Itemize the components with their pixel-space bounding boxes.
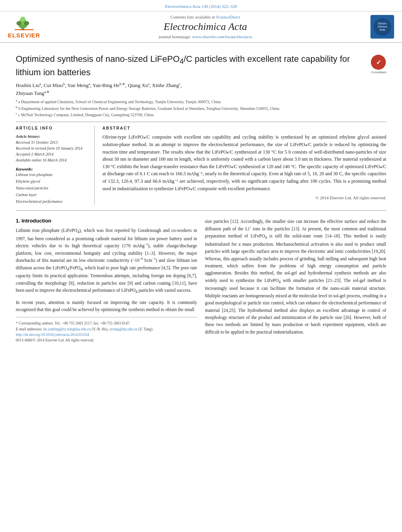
received-revised-date: Received in revised form 10 January 2014 (16, 145, 88, 151)
abstract-text: Olivine-type LiFePO₄/C composite with ex… (102, 133, 386, 192)
affiliations: a a Department of applied Chemistry, Sch… (16, 98, 386, 118)
affiliation-b: b b Engineering Laboratory for the Next … (16, 105, 386, 111)
crossmark-badge[interactable]: ✓ CrossMark (371, 55, 386, 74)
paper-title: Optimized synthesis of nano-sized LiFePO… (16, 53, 365, 78)
journal-homepage-link[interactable]: www.elsevier.com/locate/electacta (192, 34, 252, 39)
svg-point-3 (20, 17, 25, 22)
article-info-abstract-section: ARTICLE INFO Article history: Received 3… (16, 126, 386, 205)
author-qiang: Qiang Xua (128, 82, 149, 88)
elsevier-logo: ELSEVIER (8, 15, 40, 39)
header-center: Contents lists available at ScienceDirec… (40, 15, 370, 39)
affiliation-a: a a Department of applied Chemistry, Sch… (16, 98, 386, 105)
section1-right-para1: size particles [12]. Accordingly, the sm… (205, 218, 386, 336)
paper-content: Optimized synthesis of nano-sized LiFePO… (0, 43, 402, 351)
footnote-issn: 0013-4686/© 2014 Elsevier Ltd. All right… (16, 337, 197, 343)
body-left-column: 1. Introduction Lithium iron phosphate (… (16, 218, 197, 343)
journal-cover-inner: Electro​chimicaActa (374, 18, 391, 36)
received-date: Received 31 October 2013 (16, 139, 88, 145)
abstract-column: ABSTRACT Olivine-type LiFePO₄/C composit… (102, 126, 386, 205)
author-houbin: Houbin Liua (16, 82, 41, 88)
separator-1 (16, 122, 386, 122)
svg-rect-6 (15, 29, 34, 30)
section1-para1: Lithium iron phosphate (LiFePO4), which … (16, 227, 197, 295)
separator-2 (16, 210, 386, 211)
keyword-5: Electrochemical performance (16, 198, 88, 205)
footnote-doi: http://dx.doi.org/10.1016/j.electacta.20… (16, 332, 197, 337)
sciencedirect-line: Contents lists available at ScienceDirec… (40, 15, 370, 19)
header-bar: ELSEVIER Contents lists available at Sci… (0, 11, 402, 43)
crossmark-icon: ✓ (371, 55, 386, 70)
email2-link[interactable]: zytang@tju.edu.cn (109, 327, 138, 331)
email1-link[interactable]: he.yanbing@sz.tsinghua.edu.cn (43, 327, 91, 331)
crossmark-label: CrossMark (371, 70, 386, 74)
accepted-date: Accepted 2 March 2014 (16, 151, 88, 157)
keyword-3: Nano-sized particles (16, 185, 88, 191)
footnote-section: * Corresponding authors. Tel.: +86 755 2… (16, 317, 197, 343)
paper-title-section: Optimized synthesis of nano-sized LiFePO… (16, 53, 386, 78)
doi-link[interactable]: http://dx.doi.org/10.1016/j.electacta.20… (16, 333, 89, 337)
author-zhiyuan: Zhiyuan Tanga,∗ (16, 90, 50, 96)
keyword-4: Carbon layer (16, 191, 88, 198)
keywords-heading: Keywords: (16, 167, 88, 171)
section1-title: 1. Introduction (16, 218, 197, 224)
body-right-column: size particles [12]. Accordingly, the sm… (205, 218, 386, 343)
svg-point-5 (24, 21, 29, 25)
main-body: 1. Introduction Lithium iron phosphate (… (16, 218, 386, 343)
authors-line: Houbin Liua, Cui Miaob, Yan Menga, Yan-B… (16, 82, 386, 97)
journal-cover-icon: Electro​chimicaActa (370, 15, 394, 39)
footnote-emails: E-mail addresses: he.yanbing@sz.tsinghua… (16, 326, 197, 332)
author-yan: Yan Menga (67, 82, 90, 88)
svg-point-4 (17, 21, 22, 25)
author-cui: Cui Miaob (44, 82, 65, 88)
history-label: Article history: (16, 133, 88, 139)
footnote-star: * Corresponding authors. Tel.: +86 755 2… (16, 321, 197, 326)
journal-title: Electrochimica Acta (40, 21, 370, 33)
copyright-line: © 2014 Elsevier Ltd. All rights reserved… (102, 195, 386, 200)
article-info-column: ARTICLE INFO Article history: Received 3… (16, 126, 95, 205)
keywords-section: Keywords: Lithium iron phosphate Ethylen… (16, 167, 88, 205)
available-date: Available online 16 March 2014 (16, 157, 88, 163)
elsevier-tree-icon (14, 15, 34, 31)
author-xinhe: Xinhe Zhangc (152, 82, 181, 88)
journal-citation-link[interactable]: Electrochimica Acta 130 (2014) 322–328 (165, 4, 237, 9)
journal-homepage-line: journal homepage: www.elsevier.com/locat… (40, 34, 370, 39)
affiliation-c: c c McNair Technology Company, Limited, … (16, 111, 386, 118)
article-info-heading: ARTICLE INFO (16, 126, 88, 130)
keyword-2: Ethylene glycol (16, 178, 88, 185)
article-history: Article history: Received 31 October 201… (16, 133, 88, 163)
abstract-heading: ABSTRACT (102, 126, 386, 130)
elsevier-brand-label: ELSEVIER (8, 32, 40, 39)
section1-para2: In recent years, attention is mainly foc… (16, 299, 197, 313)
sciencedirect-link[interactable]: ScienceDirect (216, 15, 240, 19)
author-yanbing: Yan-Bing Heb,∗ (93, 82, 125, 88)
journal-header: Electrochimica Acta 130 (2014) 322–328 (0, 0, 402, 11)
journal-cover-text: Electro​chimicaActa (374, 22, 391, 31)
keyword-1: Lithium iron phosphate (16, 171, 88, 178)
